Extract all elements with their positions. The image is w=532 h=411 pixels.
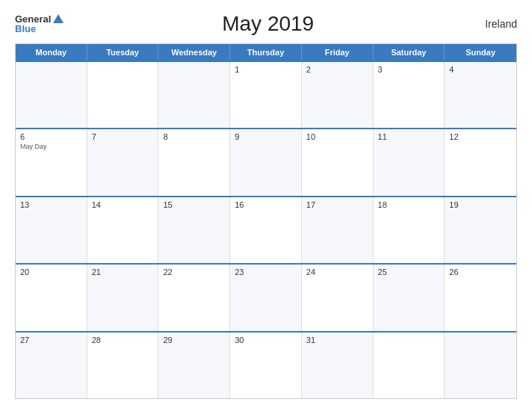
cal-cell-r5-7 <box>445 333 516 398</box>
day-num: 6 <box>20 132 82 141</box>
day-num: 7 <box>92 132 154 141</box>
day-num: 28 <box>92 336 154 344</box>
cal-cell-r3-4: 16 <box>230 197 302 263</box>
cal-cell-r3-5: 17 <box>302 197 374 263</box>
day-num: 4 <box>449 65 512 74</box>
cal-cell-r1-5: 2 <box>302 62 374 128</box>
header: General Blue May 2019 Ireland <box>15 12 517 36</box>
logo: General Blue <box>15 14 64 34</box>
day-num: 8 <box>163 132 225 141</box>
cal-cell-r5-5: 31 <box>302 333 374 398</box>
logo-triangle-icon <box>53 14 64 23</box>
weekday-sunday: Sunday <box>445 44 516 61</box>
cal-cell-r2-6: 11 <box>374 129 445 195</box>
calendar-body: 1 2 3 4 6 May Day 7 <box>16 61 516 398</box>
cal-cell-r3-3: 15 <box>158 197 230 263</box>
day-num: 31 <box>306 336 368 344</box>
day-num: 22 <box>163 268 225 276</box>
page: General Blue May 2019 Ireland Monday Tue… <box>0 0 532 411</box>
cal-cell-r3-6: 18 <box>374 197 445 263</box>
day-num: 11 <box>378 132 440 141</box>
day-num: 23 <box>235 268 297 276</box>
page-title: May 2019 <box>64 12 472 36</box>
cal-cell-r5-3: 29 <box>158 333 230 398</box>
country-label: Ireland <box>472 18 517 30</box>
day-num: 25 <box>378 268 440 276</box>
weekday-saturday: Saturday <box>374 44 445 61</box>
cal-cell-r4-7: 26 <box>445 265 516 330</box>
day-num: 18 <box>378 200 440 209</box>
day-num: 15 <box>163 200 225 209</box>
cal-cell-r4-5: 24 <box>302 265 374 330</box>
calendar-row-3: 13 14 15 16 17 18 19 <box>16 196 516 263</box>
day-num: 12 <box>449 132 512 141</box>
day-num: 2 <box>306 65 368 74</box>
cal-cell-r5-1: 27 <box>16 333 87 398</box>
cal-cell-r2-4: 9 <box>230 129 302 195</box>
cal-cell-r3-7: 19 <box>445 197 516 263</box>
day-num: 30 <box>235 336 297 344</box>
cal-cell-r3-2: 14 <box>87 197 159 263</box>
day-num: 24 <box>306 268 368 276</box>
calendar-row-4: 20 21 22 23 24 25 26 <box>16 263 516 330</box>
cal-cell-r5-6 <box>374 333 445 398</box>
day-event: May Day <box>20 143 82 150</box>
calendar-row-5: 27 28 29 30 31 <box>16 331 516 398</box>
day-num: 29 <box>163 336 225 344</box>
day-num: 17 <box>306 200 368 209</box>
cal-cell-r1-2 <box>87 62 159 128</box>
cal-cell-r4-1: 20 <box>16 265 87 330</box>
day-num: 26 <box>449 268 512 276</box>
cal-cell-r2-5: 10 <box>302 129 374 195</box>
day-num: 20 <box>20 268 82 276</box>
cal-cell-r1-4: 1 <box>230 62 302 128</box>
weekday-monday: Monday <box>16 44 87 61</box>
cal-cell-r5-2: 28 <box>87 333 159 398</box>
day-num: 21 <box>92 268 154 276</box>
day-num: 19 <box>449 200 512 209</box>
weekday-thursday: Thursday <box>230 44 302 61</box>
cal-cell-r2-3: 8 <box>158 129 230 195</box>
day-num: 13 <box>20 200 82 209</box>
cal-cell-r1-7: 4 <box>445 62 516 128</box>
logo-blue-label: Blue <box>15 24 36 34</box>
cal-cell-r4-3: 22 <box>158 265 230 330</box>
day-num: 9 <box>235 132 297 141</box>
day-num: 14 <box>92 200 154 209</box>
day-num: 1 <box>235 65 297 74</box>
day-num: 10 <box>306 132 368 141</box>
cal-cell-r1-3 <box>158 62 230 128</box>
calendar-row-2: 6 May Day 7 8 9 10 11 <box>16 128 516 195</box>
day-num: 27 <box>20 336 82 344</box>
weekday-friday: Friday <box>302 44 374 61</box>
cal-cell-r4-2: 21 <box>87 265 159 330</box>
weekday-tuesday: Tuesday <box>87 44 159 61</box>
cal-cell-r4-4: 23 <box>230 265 302 330</box>
calendar: Monday Tuesday Wednesday Thursday Friday… <box>15 43 517 399</box>
cal-cell-r2-7: 12 <box>445 129 516 195</box>
day-num: 3 <box>378 65 440 74</box>
weekday-wednesday: Wednesday <box>158 44 230 61</box>
cal-cell-r4-6: 25 <box>374 265 445 330</box>
cal-cell-r2-1: 6 May Day <box>16 129 87 195</box>
cal-cell-r2-2: 7 <box>87 129 159 195</box>
cal-cell-r3-1: 13 <box>16 197 87 263</box>
cal-cell-r1-1 <box>16 62 87 128</box>
calendar-header-row: Monday Tuesday Wednesday Thursday Friday… <box>16 44 516 61</box>
cal-cell-r1-6: 3 <box>374 62 445 128</box>
calendar-row-1: 1 2 3 4 <box>16 61 516 128</box>
day-num: 16 <box>235 200 297 209</box>
cal-cell-r5-4: 30 <box>230 333 302 398</box>
